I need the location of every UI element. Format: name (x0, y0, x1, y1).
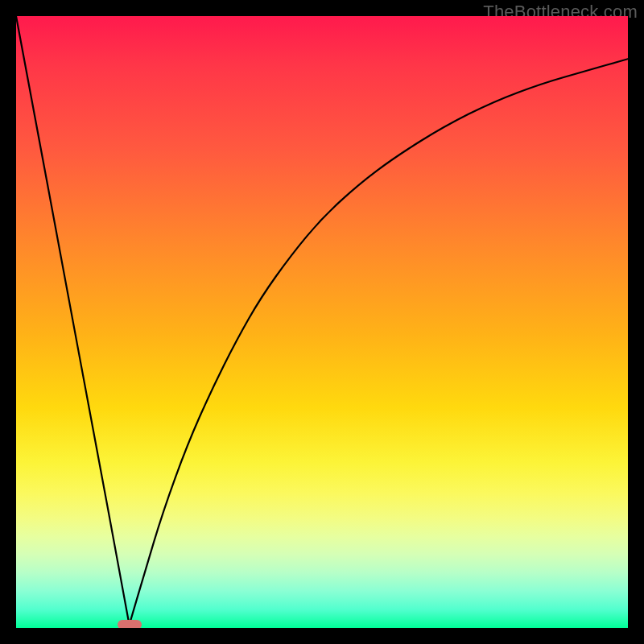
bottleneck-curve (16, 16, 628, 625)
plot-area (16, 16, 628, 628)
minimum-marker (118, 620, 142, 628)
curve-svg (16, 16, 628, 628)
chart-frame: TheBottleneck.com (0, 0, 644, 644)
